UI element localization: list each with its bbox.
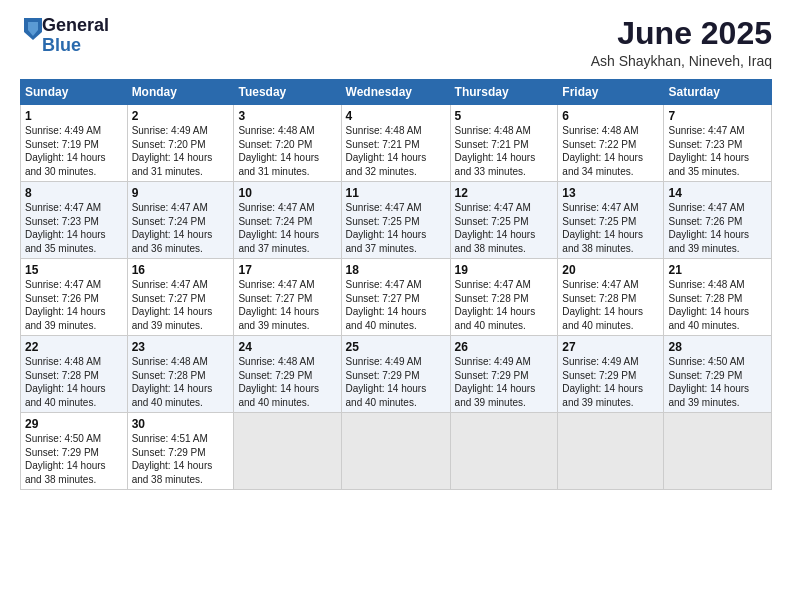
sunrise-text: Sunrise: 4:47 AM	[346, 202, 422, 213]
month-title: June 2025	[591, 16, 772, 51]
day-number: 10	[238, 186, 336, 200]
day-number: 29	[25, 417, 123, 431]
logo-text: General Blue	[42, 16, 109, 56]
week-row-2: 8 Sunrise: 4:47 AM Sunset: 7:23 PM Dayli…	[21, 182, 772, 259]
day-number: 24	[238, 340, 336, 354]
day-cell: 4 Sunrise: 4:48 AM Sunset: 7:21 PM Dayli…	[341, 105, 450, 182]
day-cell: 10 Sunrise: 4:47 AM Sunset: 7:24 PM Dayl…	[234, 182, 341, 259]
day-info: Sunrise: 4:49 AM Sunset: 7:19 PM Dayligh…	[25, 124, 123, 178]
sunrise-text: Sunrise: 4:50 AM	[668, 356, 744, 367]
daylight-text: Daylight: 14 hours and 31 minutes.	[238, 152, 319, 177]
daylight-text: Daylight: 14 hours and 39 minutes.	[562, 383, 643, 408]
sunrise-text: Sunrise: 4:47 AM	[25, 279, 101, 290]
logo: General Blue	[20, 16, 109, 56]
daylight-text: Daylight: 14 hours and 33 minutes.	[455, 152, 536, 177]
col-saturday: Saturday	[664, 80, 772, 105]
day-info: Sunrise: 4:51 AM Sunset: 7:29 PM Dayligh…	[132, 432, 230, 486]
logo-general-text: General	[42, 16, 109, 36]
week-row-5: 29 Sunrise: 4:50 AM Sunset: 7:29 PM Dayl…	[21, 413, 772, 490]
sunrise-text: Sunrise: 4:48 AM	[346, 125, 422, 136]
daylight-text: Daylight: 14 hours and 36 minutes.	[132, 229, 213, 254]
day-info: Sunrise: 4:48 AM Sunset: 7:21 PM Dayligh…	[346, 124, 446, 178]
logo-blue-text: Blue	[42, 36, 109, 56]
location: Ash Shaykhan, Nineveh, Iraq	[591, 53, 772, 69]
sunset-text: Sunset: 7:29 PM	[668, 370, 742, 381]
sunrise-text: Sunrise: 4:47 AM	[238, 202, 314, 213]
sunrise-text: Sunrise: 4:50 AM	[25, 433, 101, 444]
day-info: Sunrise: 4:47 AM Sunset: 7:24 PM Dayligh…	[238, 201, 336, 255]
day-cell: 6 Sunrise: 4:48 AM Sunset: 7:22 PM Dayli…	[558, 105, 664, 182]
day-cell: 9 Sunrise: 4:47 AM Sunset: 7:24 PM Dayli…	[127, 182, 234, 259]
daylight-text: Daylight: 14 hours and 35 minutes.	[668, 152, 749, 177]
day-number: 19	[455, 263, 554, 277]
daylight-text: Daylight: 14 hours and 37 minutes.	[238, 229, 319, 254]
day-cell: 2 Sunrise: 4:49 AM Sunset: 7:20 PM Dayli…	[127, 105, 234, 182]
daylight-text: Daylight: 14 hours and 38 minutes.	[25, 460, 106, 485]
sunrise-text: Sunrise: 4:47 AM	[25, 202, 101, 213]
header-row: Sunday Monday Tuesday Wednesday Thursday…	[21, 80, 772, 105]
day-cell: 24 Sunrise: 4:48 AM Sunset: 7:29 PM Dayl…	[234, 336, 341, 413]
day-info: Sunrise: 4:47 AM Sunset: 7:28 PM Dayligh…	[562, 278, 659, 332]
day-cell: 28 Sunrise: 4:50 AM Sunset: 7:29 PM Dayl…	[664, 336, 772, 413]
sunrise-text: Sunrise: 4:47 AM	[562, 279, 638, 290]
day-cell: 1 Sunrise: 4:49 AM Sunset: 7:19 PM Dayli…	[21, 105, 128, 182]
sunset-text: Sunset: 7:24 PM	[132, 216, 206, 227]
sunrise-text: Sunrise: 4:47 AM	[455, 202, 531, 213]
day-number: 3	[238, 109, 336, 123]
day-info: Sunrise: 4:48 AM Sunset: 7:28 PM Dayligh…	[132, 355, 230, 409]
day-info: Sunrise: 4:47 AM Sunset: 7:26 PM Dayligh…	[668, 201, 767, 255]
day-cell: 14 Sunrise: 4:47 AM Sunset: 7:26 PM Dayl…	[664, 182, 772, 259]
day-info: Sunrise: 4:47 AM Sunset: 7:27 PM Dayligh…	[238, 278, 336, 332]
day-number: 14	[668, 186, 767, 200]
sunrise-text: Sunrise: 4:49 AM	[562, 356, 638, 367]
sunset-text: Sunset: 7:28 PM	[455, 293, 529, 304]
day-cell: 27 Sunrise: 4:49 AM Sunset: 7:29 PM Dayl…	[558, 336, 664, 413]
daylight-text: Daylight: 14 hours and 38 minutes.	[132, 460, 213, 485]
day-cell: 19 Sunrise: 4:47 AM Sunset: 7:28 PM Dayl…	[450, 259, 558, 336]
day-cell: 13 Sunrise: 4:47 AM Sunset: 7:25 PM Dayl…	[558, 182, 664, 259]
day-cell: 22 Sunrise: 4:48 AM Sunset: 7:28 PM Dayl…	[21, 336, 128, 413]
daylight-text: Daylight: 14 hours and 40 minutes.	[132, 383, 213, 408]
day-number: 27	[562, 340, 659, 354]
calendar: Sunday Monday Tuesday Wednesday Thursday…	[20, 79, 772, 490]
logo-icon	[24, 18, 42, 40]
day-number: 12	[455, 186, 554, 200]
sunset-text: Sunset: 7:27 PM	[238, 293, 312, 304]
day-cell: 11 Sunrise: 4:47 AM Sunset: 7:25 PM Dayl…	[341, 182, 450, 259]
day-cell: 18 Sunrise: 4:47 AM Sunset: 7:27 PM Dayl…	[341, 259, 450, 336]
day-cell	[341, 413, 450, 490]
day-info: Sunrise: 4:47 AM Sunset: 7:25 PM Dayligh…	[562, 201, 659, 255]
sunset-text: Sunset: 7:24 PM	[238, 216, 312, 227]
day-cell: 5 Sunrise: 4:48 AM Sunset: 7:21 PM Dayli…	[450, 105, 558, 182]
day-cell	[450, 413, 558, 490]
daylight-text: Daylight: 14 hours and 40 minutes.	[25, 383, 106, 408]
sunset-text: Sunset: 7:29 PM	[455, 370, 529, 381]
daylight-text: Daylight: 14 hours and 35 minutes.	[25, 229, 106, 254]
day-info: Sunrise: 4:49 AM Sunset: 7:29 PM Dayligh…	[346, 355, 446, 409]
day-info: Sunrise: 4:47 AM Sunset: 7:23 PM Dayligh…	[25, 201, 123, 255]
day-info: Sunrise: 4:47 AM Sunset: 7:23 PM Dayligh…	[668, 124, 767, 178]
sunset-text: Sunset: 7:25 PM	[346, 216, 420, 227]
day-number: 6	[562, 109, 659, 123]
day-info: Sunrise: 4:47 AM Sunset: 7:26 PM Dayligh…	[25, 278, 123, 332]
sunset-text: Sunset: 7:28 PM	[132, 370, 206, 381]
sunset-text: Sunset: 7:20 PM	[238, 139, 312, 150]
sunrise-text: Sunrise: 4:48 AM	[132, 356, 208, 367]
daylight-text: Daylight: 14 hours and 40 minutes.	[238, 383, 319, 408]
day-number: 25	[346, 340, 446, 354]
sunrise-text: Sunrise: 4:48 AM	[238, 356, 314, 367]
sunset-text: Sunset: 7:28 PM	[562, 293, 636, 304]
sunrise-text: Sunrise: 4:47 AM	[346, 279, 422, 290]
day-cell	[234, 413, 341, 490]
sunrise-text: Sunrise: 4:47 AM	[132, 202, 208, 213]
day-cell: 8 Sunrise: 4:47 AM Sunset: 7:23 PM Dayli…	[21, 182, 128, 259]
sunset-text: Sunset: 7:28 PM	[668, 293, 742, 304]
daylight-text: Daylight: 14 hours and 39 minutes.	[25, 306, 106, 331]
col-sunday: Sunday	[21, 80, 128, 105]
day-number: 13	[562, 186, 659, 200]
daylight-text: Daylight: 14 hours and 40 minutes.	[346, 383, 427, 408]
day-cell: 25 Sunrise: 4:49 AM Sunset: 7:29 PM Dayl…	[341, 336, 450, 413]
day-number: 7	[668, 109, 767, 123]
sunset-text: Sunset: 7:28 PM	[25, 370, 99, 381]
daylight-text: Daylight: 14 hours and 39 minutes.	[668, 229, 749, 254]
